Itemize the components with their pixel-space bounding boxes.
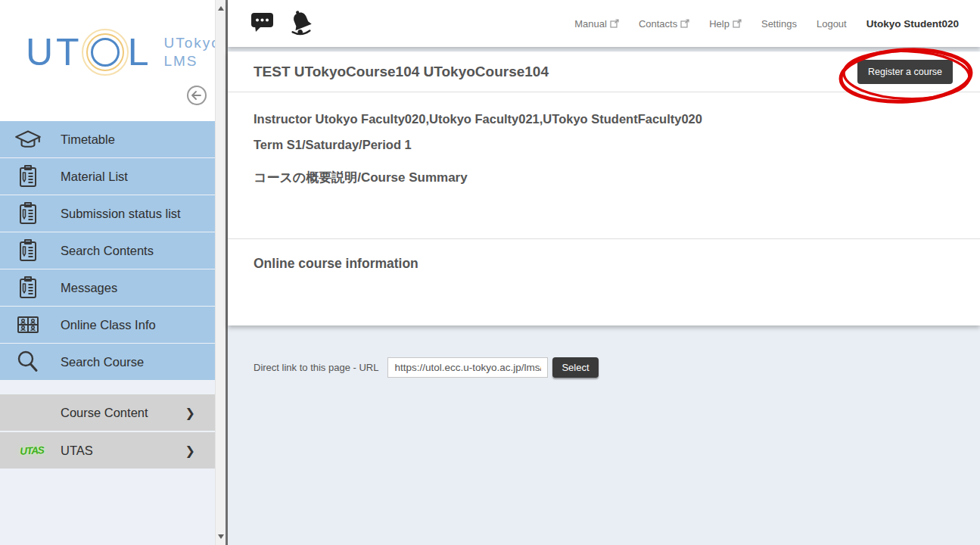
sidebar-item-messages[interactable]: Messages [0, 269, 215, 306]
topbar: Manual Contacts Help Settings Logout Uto… [228, 0, 980, 47]
utol-logo: UT L UTokyo LMS [26, 30, 221, 74]
sidebar-item-label: Material List [61, 170, 128, 184]
username-label: Utokyo Student020 [866, 18, 959, 30]
direct-link-url-input[interactable] [387, 357, 548, 378]
term-line: Term S1/Saturday/Period 1 [254, 138, 954, 152]
course-title: TEST UTokyoCourse104 UTokyoCourse104 [254, 64, 549, 80]
sidebar-item-search-course[interactable]: Search Course [0, 344, 215, 380]
course-info-section: Instructor Utokyo Faculty020,Utokyo Facu… [228, 92, 980, 238]
logo-o-glyph [86, 33, 125, 72]
sidebar-item-search-contents[interactable]: Search Contents [0, 232, 215, 269]
sidebar-item-label: Search Contents [61, 244, 154, 258]
instructor-line: Instructor Utokyo Faculty020,Utokyo Facu… [254, 112, 954, 126]
nav-help[interactable]: Help [709, 18, 742, 30]
online-course-section: Online course information [228, 238, 980, 325]
topbar-nav: Manual Contacts Help Settings Logout Uto… [574, 18, 959, 30]
nav-manual[interactable]: Manual [574, 18, 619, 30]
sidebar-item-online-class-info[interactable]: Online Class Info [0, 307, 215, 343]
external-link-icon [680, 19, 689, 28]
course-card-header: TEST UTokyoCourse104 UTokyoCourse104 Reg… [228, 51, 980, 92]
speech-bubble-icon[interactable] [250, 11, 275, 36]
nav-logout[interactable]: Logout [817, 18, 847, 30]
sidebar-gap [0, 381, 215, 394]
online-course-heading: Online course information [254, 256, 954, 272]
sidebar-item-submission-status[interactable]: Submission status list [0, 195, 215, 232]
scroll-up-arrow-icon[interactable] [218, 6, 224, 11]
course-card: TEST UTokyoCourse104 UTokyoCourse104 Reg… [228, 51, 980, 325]
sidebar-item-label: Messages [61, 281, 117, 295]
sidebar-scrollbar[interactable] [215, 0, 226, 545]
direct-link-label: Direct link to this page - URL [254, 362, 378, 373]
scroll-down-arrow-icon[interactable] [218, 534, 224, 539]
sidebar-group-course-content[interactable]: Course Content ❯ [0, 394, 215, 431]
clipboard-icon [14, 237, 42, 264]
graduation-cap-icon [14, 126, 42, 152]
course-summary-heading: コースの概要説明/Course Summary [254, 169, 954, 186]
main-area: Manual Contacts Help Settings Logout Uto… [228, 0, 980, 545]
sidebar-group-utas[interactable]: UTAS UTAS ❯ [0, 432, 215, 469]
arrow-left-circle-icon [186, 85, 207, 106]
clipboard-icon [14, 274, 42, 301]
sidebar-group-label: Course Content [61, 406, 148, 420]
logo-tagline: UTokyo LMS [163, 34, 220, 70]
video-grid-icon [14, 311, 42, 338]
register-course-button[interactable]: Register a course [857, 60, 953, 84]
utas-logo-icon: UTAS [16, 439, 47, 462]
external-link-icon [733, 19, 742, 28]
external-link-icon [610, 19, 619, 28]
chevron-right-icon: ❯ [185, 406, 195, 420]
sidebar-logo-block: UT L UTokyo LMS [0, 0, 215, 121]
direct-link-row: Direct link to this page - URL Select [228, 357, 980, 378]
sidebar-item-label: Online Class Info [61, 318, 156, 332]
sidebar-item-material-list[interactable]: Material List [0, 158, 215, 195]
magnifier-icon [14, 348, 42, 375]
chevron-right-icon: ❯ [185, 444, 195, 458]
sidebar: UT L UTokyo LMS T [0, 0, 215, 545]
sidebar-item-label: Submission status list [61, 207, 181, 221]
sidebar-item-label: Search Course [61, 355, 144, 369]
sidebar-collapse-button[interactable] [186, 85, 207, 106]
sidebar-item-label: Timetable [61, 132, 115, 147]
bell-icon[interactable] [287, 8, 316, 39]
clipboard-icon [14, 163, 42, 190]
logo-text-l: L [128, 30, 152, 74]
select-button[interactable]: Select [552, 357, 598, 378]
clipboard-icon [14, 200, 42, 227]
sidebar-group-label: UTAS [61, 444, 93, 458]
nav-settings[interactable]: Settings [761, 18, 797, 30]
logo-text-ut: UT [26, 30, 82, 74]
sidebar-item-timetable[interactable]: Timetable [0, 121, 215, 157]
nav-contacts[interactable]: Contacts [639, 18, 689, 30]
